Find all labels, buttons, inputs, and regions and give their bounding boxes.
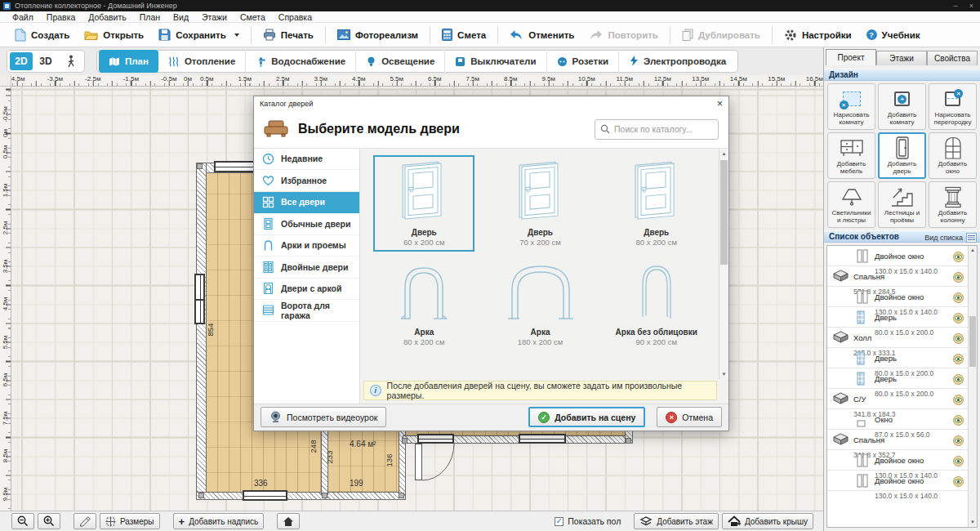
category-double-doors[interactable]: Двойные двери bbox=[254, 257, 359, 279]
category-regular-doors[interactable]: Обычные двери bbox=[254, 213, 359, 235]
visibility-eye-icon[interactable] bbox=[953, 394, 964, 408]
object-row[interactable]: Двойное окно130.0 x 15.0 x 140.0 bbox=[827, 246, 977, 266]
object-row[interactable]: Холл215.0 x 333.1 bbox=[827, 328, 977, 348]
settings-button[interactable]: Настройки bbox=[777, 25, 859, 46]
objects-scrollbar[interactable]: ▲ ▼ bbox=[968, 246, 977, 527]
mode-2d-button[interactable]: 2D bbox=[10, 52, 33, 70]
category-all-doors[interactable]: Все двери bbox=[254, 192, 359, 214]
zoom-out-button[interactable] bbox=[11, 513, 34, 529]
catalog-item-arch-180[interactable]: Арка 180 x 200 см bbox=[490, 255, 591, 351]
visibility-eye-icon[interactable] bbox=[953, 455, 964, 470]
estimate-button[interactable]: Смета bbox=[434, 25, 493, 46]
object-row[interactable]: С/У341.8 x 184.3 bbox=[827, 389, 977, 409]
duplicate-button[interactable]: Дублировать bbox=[675, 25, 768, 46]
catalog-item-door-70[interactable]: Дверь 70 x 200 см bbox=[490, 155, 591, 252]
menu-estimate[interactable]: Смета bbox=[234, 12, 271, 22]
plan-window-south[interactable] bbox=[519, 434, 566, 444]
tab-wiring[interactable]: Электропроводка bbox=[619, 50, 736, 73]
catalog-item-arch-plain[interactable]: Арка без облицовки 90 x 200 см bbox=[606, 255, 707, 351]
menu-view[interactable]: Вид bbox=[167, 12, 194, 22]
object-row[interactable]: Двойное окно130.0 x 15.0 x 140.0 bbox=[827, 450, 977, 471]
home-button[interactable] bbox=[277, 513, 300, 529]
dialog-close-button[interactable]: × bbox=[717, 100, 723, 108]
tab-sockets[interactable]: Розетки bbox=[547, 50, 620, 73]
object-row[interactable]: Двойное окно130.0 x 15.0 x 140.0 bbox=[827, 471, 977, 491]
photorealism-button[interactable]: Фотореализм bbox=[330, 25, 425, 46]
catalog-search-box[interactable] bbox=[595, 119, 719, 140]
dimensions-button[interactable]: Размеры bbox=[100, 513, 160, 529]
view-mode-button[interactable] bbox=[966, 233, 977, 243]
show-floor-toggle[interactable]: ✓ Показать пол bbox=[555, 516, 621, 526]
tab-project[interactable]: Проект bbox=[826, 49, 876, 65]
undo-button[interactable]: Отменить bbox=[502, 25, 581, 46]
menu-file[interactable]: Файл bbox=[7, 12, 39, 22]
tutorial-button[interactable]: ? Учебник bbox=[859, 25, 928, 46]
selection-handle[interactable] bbox=[399, 493, 404, 498]
catalog-item-opening[interactable] bbox=[373, 355, 474, 379]
tab-lighting[interactable]: Освещение bbox=[356, 50, 445, 73]
zoom-in-button[interactable] bbox=[38, 513, 60, 529]
visibility-eye-icon[interactable] bbox=[953, 332, 964, 347]
walk-mode-button[interactable] bbox=[59, 52, 82, 70]
open-button[interactable]: Открыть bbox=[77, 25, 151, 46]
dialog-title-bar[interactable]: Каталог дверей × bbox=[254, 96, 728, 111]
watch-tutorial-button[interactable]: Посмотреть видеоурок bbox=[261, 407, 386, 427]
visibility-eye-icon[interactable] bbox=[953, 475, 964, 490]
object-row[interactable]: Дверь80.0 x 15.0 x 200.0 bbox=[827, 348, 977, 368]
cancel-button[interactable]: × Отмена bbox=[657, 407, 722, 427]
tab-heating[interactable]: Отопление bbox=[158, 50, 246, 73]
add-door-button[interactable]: Добавить дверь bbox=[878, 132, 926, 179]
selection-handle[interactable] bbox=[198, 493, 204, 498]
visibility-eye-icon[interactable] bbox=[953, 251, 964, 266]
catalog-item-opening[interactable] bbox=[490, 355, 591, 379]
visibility-eye-icon[interactable] bbox=[953, 373, 964, 388]
catalog-item-arch-80[interactable]: Арка 80 x 200 см bbox=[373, 255, 474, 351]
visibility-eye-icon[interactable] bbox=[953, 414, 964, 429]
catalog-item-door-80[interactable]: Дверь 80 x 200 см bbox=[606, 155, 707, 252]
selection-handle[interactable] bbox=[626, 438, 631, 444]
scroll-up-arrow[interactable]: ▲ bbox=[969, 246, 977, 255]
tab-switches[interactable]: Выключатели bbox=[445, 50, 546, 73]
selection-handle[interactable] bbox=[322, 493, 327, 498]
visibility-eye-icon[interactable] bbox=[953, 312, 964, 327]
plan-door-leaf[interactable] bbox=[415, 444, 422, 480]
menu-floors[interactable]: Этажи bbox=[196, 12, 233, 22]
save-dropdown-caret[interactable] bbox=[234, 33, 239, 37]
visibility-eye-icon[interactable] bbox=[953, 271, 964, 286]
plan-window-left[interactable] bbox=[194, 274, 205, 324]
add-roof-button[interactable]: Добавить крышу bbox=[722, 513, 813, 529]
plan-door-frame[interactable] bbox=[417, 434, 454, 444]
close-button[interactable]: × bbox=[969, 2, 973, 10]
visibility-eye-icon[interactable] bbox=[953, 353, 964, 368]
add-window-button[interactable]: Добавить окно bbox=[929, 132, 977, 179]
catalog-search-input[interactable] bbox=[614, 124, 707, 134]
category-favorites[interactable]: Избранное bbox=[254, 170, 359, 192]
object-row[interactable]: Двойное окно130.0 x 15.0 x 140.0 bbox=[827, 287, 977, 307]
plan-wall-bottom[interactable] bbox=[196, 492, 406, 500]
scroll-thumb[interactable] bbox=[720, 160, 728, 265]
category-garage-gates[interactable]: Ворота для гаража bbox=[254, 300, 359, 322]
add-column-button[interactable]: Добавить колонну bbox=[929, 181, 977, 228]
save-button[interactable]: Сохранить bbox=[151, 25, 247, 46]
catalog-scrollbar[interactable]: ▲ ▼ bbox=[719, 149, 728, 379]
catalog-item-door-60[interactable]: Дверь 60 x 200 см bbox=[373, 155, 474, 252]
scroll-up-arrow[interactable]: ▲ bbox=[719, 149, 728, 158]
scroll-down-arrow[interactable]: ▼ bbox=[719, 369, 728, 379]
tab-floors[interactable]: Этажи bbox=[876, 51, 927, 65]
add-to-scene-button[interactable]: ✓ Добавить на сцену bbox=[528, 407, 645, 427]
selection-handle[interactable] bbox=[402, 438, 408, 444]
tab-plan[interactable]: План bbox=[99, 50, 158, 73]
redo-button[interactable]: Повторить bbox=[581, 25, 666, 46]
measure-button[interactable] bbox=[74, 513, 96, 529]
object-row[interactable]: Окно87.0 x 15.0 x 56.0 bbox=[827, 409, 977, 430]
object-row[interactable]: Дверь80.0 x 15.0 x 200.0 bbox=[827, 307, 977, 328]
scroll-thumb[interactable] bbox=[969, 316, 976, 367]
create-button[interactable]: Создать bbox=[7, 25, 77, 46]
scroll-down-arrow[interactable]: ▼ bbox=[969, 518, 977, 527]
tab-water[interactable]: Водоснабжение bbox=[246, 50, 356, 73]
selection-handle[interactable] bbox=[197, 163, 203, 169]
visibility-eye-icon[interactable] bbox=[953, 292, 964, 306]
catalog-item-opening[interactable] bbox=[606, 355, 707, 379]
menu-add[interactable]: Добавить bbox=[82, 12, 131, 22]
mode-3d-button[interactable]: 3D bbox=[34, 52, 57, 70]
